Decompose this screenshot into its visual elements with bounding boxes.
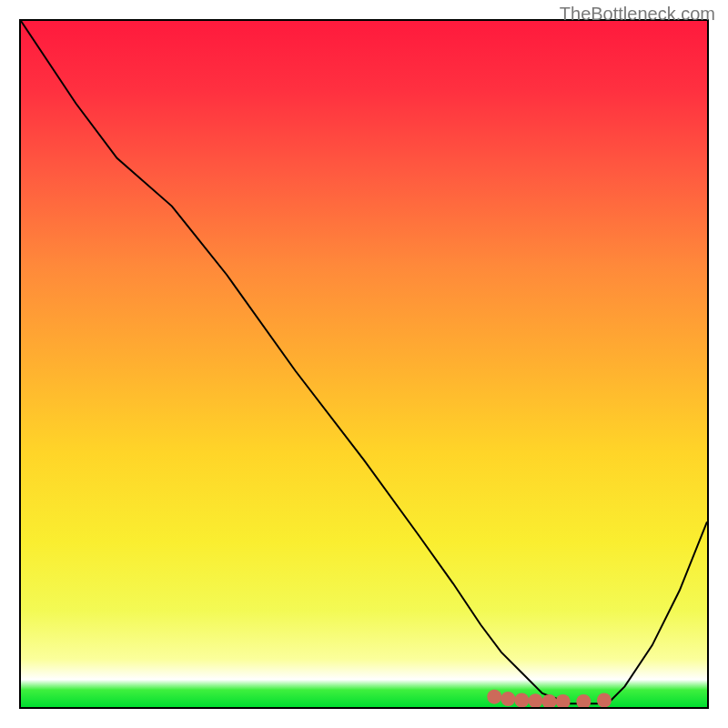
optimal-marker-dot (487, 690, 501, 704)
chart-svg (21, 21, 707, 707)
optimal-marker-dot (556, 694, 571, 707)
optimal-marker-dot (597, 693, 612, 708)
optimal-marker-dot (576, 694, 591, 707)
optimal-marker-dot (529, 693, 543, 707)
optimal-marker-dot (514, 693, 529, 708)
optimal-marker-dot (500, 692, 515, 706)
bottleneck-curve-path (21, 21, 707, 703)
watermark-text: TheBottleneck.com (560, 4, 715, 25)
optimal-marker-dot (542, 694, 557, 707)
chart-plot-area (19, 19, 709, 709)
